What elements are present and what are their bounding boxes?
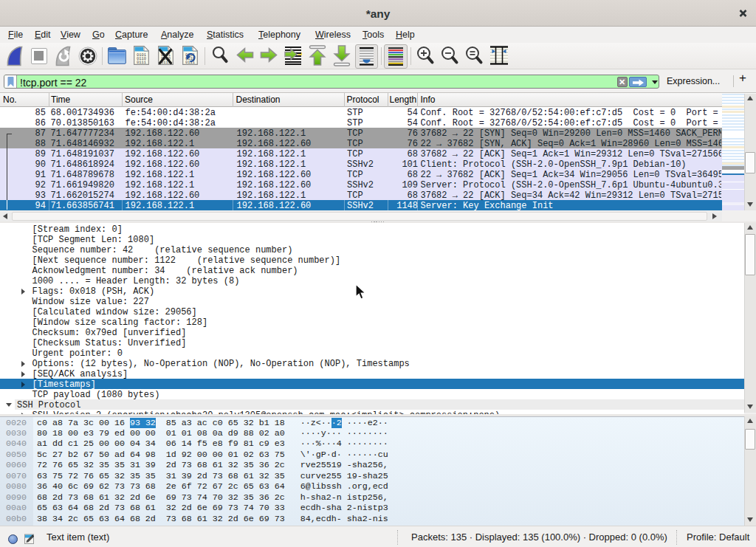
svg-text:0111: 0111 (137, 61, 146, 65)
